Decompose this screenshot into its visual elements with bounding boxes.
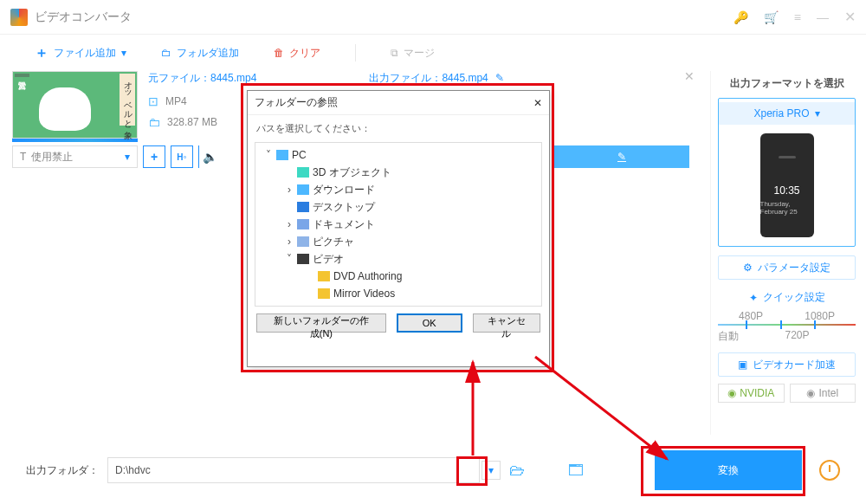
app-title: ビデオコンバータ xyxy=(35,10,132,25)
cancel-button[interactable]: キャンセル xyxy=(473,313,540,333)
tree-dvd[interactable]: DVD Authoring xyxy=(255,268,541,285)
trash-icon: 🗑 xyxy=(274,47,284,59)
path-dropdown-button[interactable]: ▾ xyxy=(481,461,501,480)
output-folder-label: 出力フォルダ： xyxy=(26,463,99,478)
dialog-title: フォルダーの参照 xyxy=(255,95,338,110)
video-thumbnail[interactable]: 宮沢賢治 オッベルと象 xyxy=(12,71,138,139)
add-folder-label: フォルダ追加 xyxy=(177,46,239,61)
add-file-label: ファイル追加 xyxy=(54,46,116,61)
edit-icon: ✎ xyxy=(617,151,626,163)
clear-button[interactable]: 🗑 クリア xyxy=(274,46,320,61)
intel-badge: ◉Intel xyxy=(790,384,856,403)
add-wm-button[interactable]: + xyxy=(143,145,165,168)
output-list-button[interactable]: 🗔 xyxy=(568,462,584,480)
format-icon: ⊡ xyxy=(148,94,158,108)
browse-folder-dialog: フォルダーの参照✕ パスを選択してください： ˅PC 3D オブジェクト ›ダウ… xyxy=(247,90,550,367)
out-file-label: 出力ファイル：8445.mp4✎ xyxy=(369,71,503,86)
thumb-progress xyxy=(12,139,138,142)
format-value: MP4 xyxy=(165,95,187,107)
menu-icon[interactable]: ≡ xyxy=(794,10,801,24)
hw-accel-button[interactable]: ▣ ビデオカード加速 xyxy=(718,352,856,377)
ok-button[interactable]: OK xyxy=(397,313,462,333)
tree-videos[interactable]: ˅ビデオ xyxy=(255,250,541,268)
thumb-art xyxy=(39,87,91,131)
edit-pen-icon[interactable]: ✎ xyxy=(495,72,504,84)
param-label: パラメータ設定 xyxy=(758,261,830,275)
quality-slider[interactable] xyxy=(718,324,856,326)
output-path-input[interactable]: D:\hdvc xyxy=(107,457,480,483)
add-folder-button[interactable]: 🗀 フォルダ追加 xyxy=(161,46,239,61)
q-auto: 自動 xyxy=(718,329,739,344)
hd-button[interactable]: H◦ xyxy=(171,145,193,168)
new-folder-button[interactable]: 新しいフォルダーの作成(N) xyxy=(256,313,386,333)
thumb-title: オッベルと象 xyxy=(120,74,135,126)
tree-documents[interactable]: ›ドキュメント xyxy=(255,216,541,233)
app-logo-icon xyxy=(10,9,28,26)
tree-mirror[interactable]: Mirror Videos xyxy=(255,285,541,302)
chip-icon: ▣ xyxy=(738,359,747,371)
folder-tree[interactable]: ˅PC 3D オブジェクト ›ダウンロード デスクトップ ›ドキュメント ›ピク… xyxy=(255,142,542,307)
folder-icon: 🗀 xyxy=(161,47,171,59)
tree-download[interactable]: ›ダウンロード xyxy=(255,181,541,198)
gear-icon: ✦ xyxy=(749,292,758,304)
watermark-value: 使用禁止 xyxy=(31,150,73,165)
hw-label: ビデオカード加速 xyxy=(753,358,836,372)
dialog-close-button[interactable]: ✕ xyxy=(533,97,542,109)
chevron-down-icon[interactable]: ▾ xyxy=(815,107,820,120)
clear-label: クリア xyxy=(289,46,320,61)
merge-icon: ⧉ xyxy=(391,47,398,59)
cart-icon[interactable]: 🛒 xyxy=(764,10,779,24)
chevron-down-icon: ▾ xyxy=(125,151,130,163)
size-value: 328.87 MB xyxy=(167,116,217,128)
chevron-down-icon: ▾ xyxy=(121,47,126,59)
param-settings-button[interactable]: ⚙ パラメータ設定 xyxy=(718,255,856,280)
merge-label: マージ xyxy=(404,46,435,61)
phone-icon: 10:35 Thursday, February 25 xyxy=(760,133,814,237)
audio-button[interactable]: 🔈 xyxy=(198,145,221,168)
tree-desktop[interactable]: デスクトップ xyxy=(255,198,541,216)
q-720: 720P xyxy=(785,329,809,344)
edit-strip[interactable]: ✎ xyxy=(554,145,689,168)
tree-pc[interactable]: ˅PC xyxy=(255,146,541,164)
q-1080: 1080P xyxy=(805,310,835,322)
plus-icon: ＋ xyxy=(35,44,48,62)
convert-button[interactable]: 変換 xyxy=(655,450,802,490)
open-folder-button[interactable]: 🗁 xyxy=(509,462,525,480)
tree-3d[interactable]: 3D オブジェクト xyxy=(255,164,541,181)
separator xyxy=(355,44,356,61)
dialog-subtitle: パスを選択してください： xyxy=(248,115,549,142)
sliders-icon: ⚙ xyxy=(743,262,753,274)
add-file-button[interactable]: ＋ ファイル追加 ▾ xyxy=(35,44,126,62)
watermark-dropdown[interactable]: T 使用禁止 ▾ xyxy=(12,145,138,168)
device-name: Xperia PRO xyxy=(753,107,809,120)
device-preview[interactable]: Xperia PRO▾ 10:35 Thursday, February 25 xyxy=(718,98,856,247)
src-file-label: 元ファイル：8445.mp4 xyxy=(148,71,256,86)
quick-settings-header: ✦クイック設定 xyxy=(718,290,856,305)
size-icon: 🗀 xyxy=(148,115,160,129)
merge-button[interactable]: ⧉ マージ xyxy=(391,46,435,61)
phone-time: 10:35 xyxy=(773,184,799,197)
close-button[interactable]: ✕ xyxy=(844,9,856,25)
schedule-icon[interactable] xyxy=(819,460,840,481)
q-480: 480P xyxy=(739,310,763,322)
key-icon[interactable]: 🔑 xyxy=(734,10,748,24)
nvidia-badge: ◉NVIDIA xyxy=(718,384,785,403)
thumb-author: 宮沢賢治 xyxy=(15,74,29,77)
minimize-button[interactable]: — xyxy=(817,10,829,24)
tree-pictures[interactable]: ›ピクチャ xyxy=(255,233,541,250)
output-format-title: 出力フォーマットを選択 xyxy=(718,76,856,91)
remove-file-button[interactable]: ✕ xyxy=(684,69,695,83)
